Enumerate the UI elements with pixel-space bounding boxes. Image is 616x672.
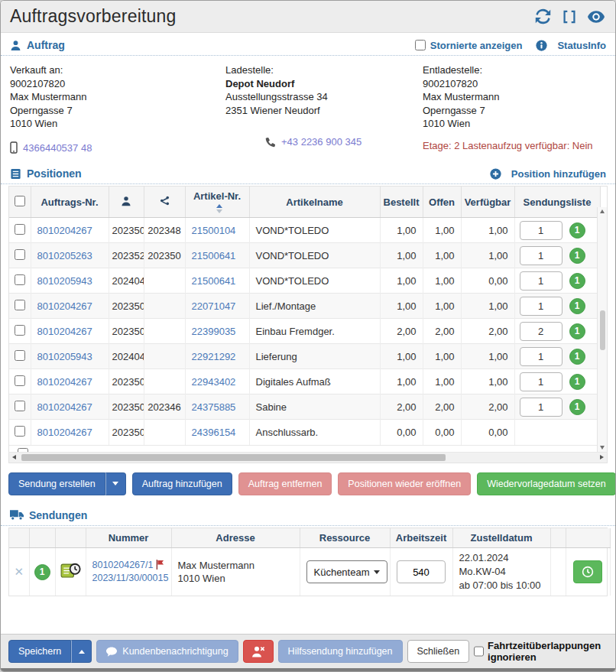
shipment-count-badge[interactable]: 1 [569, 349, 585, 365]
shipment-count-badge[interactable]: 1 [569, 222, 585, 239]
arbeitszeit-input[interactable] [397, 560, 446, 583]
col-adresse[interactable]: Adresse [171, 528, 300, 548]
col-artikelname[interactable]: Artikelname [249, 187, 380, 218]
row-checkbox[interactable] [15, 249, 25, 260]
artikel-number-link[interactable]: 22943402 [192, 376, 236, 388]
vertical-scrollbar[interactable] [597, 207, 607, 452]
auftrag-number-link[interactable]: 8010205943 [37, 351, 92, 362]
shipment-count-badge[interactable]: 1 [569, 273, 585, 289]
ignore-overlaps-checkbox[interactable] [474, 646, 484, 657]
row-checkbox[interactable] [15, 274, 25, 285]
delete-shipment-icon[interactable]: ✕ [14, 565, 24, 578]
row-checkbox[interactable] [15, 375, 25, 386]
remove-person-button[interactable] [243, 640, 274, 663]
sendungsliste-input[interactable] [520, 246, 563, 265]
shipment-count-badge[interactable]: 1 [569, 323, 585, 339]
artikel-number-link[interactable]: 24375885 [192, 401, 236, 413]
aux-shipment-button[interactable]: Hilfssendung hinzufügen [278, 640, 403, 663]
refresh-icon[interactable] [535, 8, 551, 24]
auftrag-number-link[interactable]: 8010204267 [37, 225, 92, 236]
sendungsliste-input[interactable] [520, 398, 563, 417]
shipment-count-badge[interactable]: 1 [569, 298, 585, 314]
col-sendungsliste[interactable]: Sendungsliste [514, 187, 600, 218]
col-bestellt[interactable]: Bestellt [380, 187, 423, 218]
artikel-number-link[interactable]: 24396154 [192, 427, 236, 438]
customer-notification-button[interactable]: Kundenbenachrichtigung [96, 640, 238, 663]
artikel-number-link[interactable]: 22071047 [192, 300, 236, 312]
auftrag-number-link[interactable]: 8010204267 [37, 427, 92, 438]
auftrag-number-link[interactable]: 8010204267 [37, 376, 92, 388]
sendungen-section-header: Sendungen [1, 503, 615, 526]
set-followup-date-button[interactable]: Wiedervorlagedatum setzen [477, 472, 616, 495]
row-checkbox[interactable] [15, 426, 25, 437]
ressource-select[interactable]: Küchenteam [306, 560, 387, 583]
sort-icons[interactable] [216, 204, 222, 213]
status-info-link[interactable]: StatusInfo [536, 40, 606, 51]
reopen-positions-button[interactable]: Positionen wieder eröffnen [338, 472, 471, 495]
set-delivery-time-button[interactable] [573, 560, 602, 583]
artikel-number-link[interactable]: 21500641 [192, 275, 236, 287]
scroll-left-arrow[interactable] [12, 455, 16, 459]
sendungsliste-input[interactable] [520, 271, 563, 291]
scroll-down-arrow[interactable] [600, 446, 605, 450]
remove-order-button[interactable]: Auftrag entfernen [238, 472, 332, 495]
auftrag-number-link[interactable]: 8010204267 [37, 326, 92, 337]
shipment-order-link[interactable]: 8010204267/1 [92, 560, 154, 570]
expand-brackets-icon[interactable] [563, 10, 576, 24]
sendungsliste-input[interactable] [520, 297, 563, 316]
row-checkbox[interactable] [15, 325, 25, 336]
auftrag-number-link[interactable]: 8010204267 [37, 300, 92, 312]
col-artikel-nr[interactable]: Artikel-Nr. [185, 187, 249, 218]
scroll-right-arrow[interactable] [600, 455, 604, 459]
col-ressource[interactable]: Ressource [300, 528, 390, 548]
auftrag-number-link[interactable]: 8010205263 [37, 250, 92, 261]
horizontal-scrollbar[interactable] [8, 452, 608, 463]
col-zustelldatum[interactable]: Zustelldatum [452, 528, 550, 548]
shipment-count-badge[interactable]: 1 [569, 399, 585, 415]
col-arbeitszeit[interactable]: Arbeitszeit [390, 528, 452, 548]
artikel-number-link[interactable]: 21500104 [192, 225, 236, 236]
save-button[interactable]: Speichern [8, 640, 71, 663]
col-auftrags-nr[interactable]: Auftrags-Nr. [31, 187, 109, 218]
create-shipment-dropdown[interactable] [105, 472, 126, 495]
create-shipment-button[interactable]: Sendung erstellen [8, 472, 105, 495]
calendar-clock-icon[interactable] [60, 562, 81, 579]
auftrag-number-link[interactable]: 8010204267 [37, 401, 92, 413]
col-offen[interactable]: Offen [423, 187, 461, 218]
scroll-up-arrow[interactable] [600, 209, 605, 213]
add-order-button[interactable]: Auftrag hinzufügen [132, 472, 232, 495]
artikel-number-link[interactable]: 22921292 [192, 351, 236, 362]
chevron-down-icon [112, 482, 118, 485]
row-checkbox[interactable] [15, 401, 25, 411]
ignore-overlaps-toggle[interactable]: Fahrtzeitüberlappungen ignorieren [474, 640, 608, 663]
show-cancelled-toggle[interactable]: Stornierte anzeigen [415, 40, 523, 51]
ladestelle-phone-link[interactable]: +43 2236 900 345 [281, 135, 361, 149]
save-dropdown[interactable] [71, 640, 92, 663]
auftrag-number-link[interactable]: 8010205943 [37, 275, 92, 287]
add-position-link[interactable]: Position hinzufügen [490, 168, 606, 180]
row-checkbox[interactable] [15, 224, 25, 235]
col-person-header[interactable] [109, 187, 144, 218]
shipment-count-badge[interactable]: 1 [569, 374, 585, 390]
artikel-number-link[interactable]: 22399035 [192, 326, 236, 337]
horizontal-scroll-thumb[interactable] [21, 454, 446, 461]
mobile-phone-link[interactable]: 4366440537 48 [23, 141, 92, 155]
col-verfuegbar[interactable]: Verfügbar [461, 187, 514, 218]
close-button[interactable]: Schließen [407, 640, 470, 663]
row-checkbox[interactable] [15, 300, 25, 310]
artikel-number-link[interactable]: 21500641 [192, 250, 236, 261]
sendungsliste-input[interactable] [520, 221, 563, 240]
col-share-header[interactable] [144, 187, 185, 218]
shipment-number-link[interactable]: 2023/11/30/00015 [92, 573, 169, 583]
show-cancelled-checkbox[interactable] [415, 40, 426, 50]
col-nummer[interactable]: Nummer [86, 528, 171, 548]
visibility-eye-icon[interactable] [588, 11, 605, 23]
sendungsliste-input[interactable] [520, 347, 563, 366]
sendungsliste-input[interactable] [520, 322, 563, 341]
shipment-count-badge[interactable]: 1 [569, 248, 585, 264]
sendungsliste-input[interactable] [520, 372, 563, 391]
vertical-scroll-thumb[interactable] [600, 310, 605, 350]
shipment-number-badge[interactable]: 1 [34, 564, 50, 580]
select-all-checkbox[interactable] [15, 196, 25, 206]
row-checkbox[interactable] [15, 350, 25, 361]
